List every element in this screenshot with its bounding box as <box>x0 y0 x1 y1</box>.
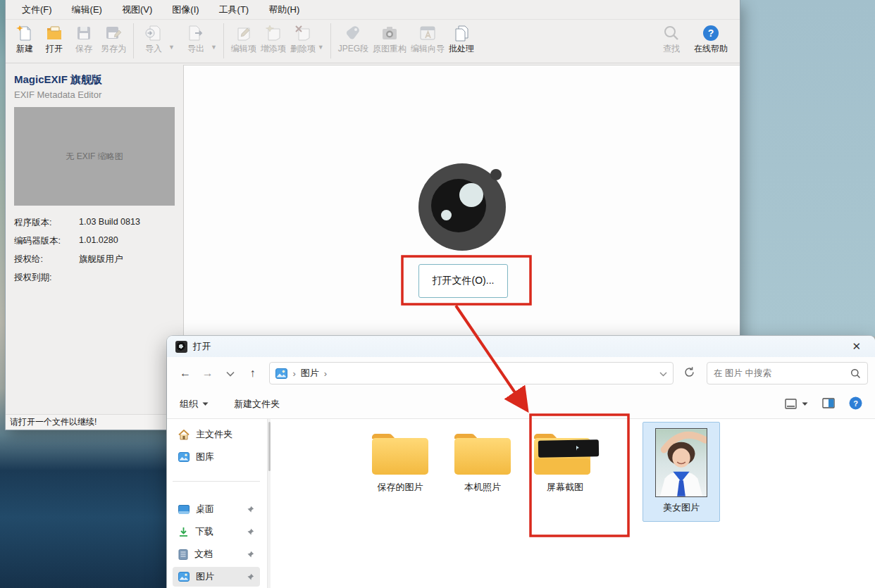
folder-saved-pictures[interactable]: 保存的图片 <box>364 422 437 522</box>
svg-text:?: ? <box>708 27 714 39</box>
app-title: MagicEXIF 旗舰版 <box>14 73 175 87</box>
help-icon: ? <box>849 396 862 410</box>
toolbar-separator <box>330 23 331 58</box>
open-folder-icon <box>45 24 63 42</box>
home-icon <box>178 430 190 440</box>
menu-edit[interactable]: 编辑(E) <box>63 1 111 19</box>
dialog-navbar: ← → ↑ › 图片 › <box>167 357 875 389</box>
address-bar[interactable]: › 图片 › <box>269 362 674 384</box>
pin-icon[interactable] <box>247 573 254 581</box>
forward-button[interactable]: → <box>197 367 219 380</box>
open-button[interactable]: 打开 <box>39 22 69 55</box>
jpeg-segment-button[interactable]: JPEG段 <box>336 22 371 55</box>
menubar: 文件(F) 编辑(E) 视图(V) 图像(I) 工具(T) 帮助(H) <box>6 0 740 19</box>
info-row: 授权给: 旗舰版用户 <box>14 254 175 265</box>
photo-thumbnail <box>655 428 707 497</box>
app-subtitle: EXIF Metadata Editor <box>14 89 175 100</box>
menu-file[interactable]: 文件(F) <box>13 1 61 19</box>
dialog-titlebar[interactable]: 打开 ✕ <box>167 336 875 357</box>
chevron-down-icon <box>226 371 235 377</box>
folder-icon <box>450 430 515 477</box>
find-button[interactable]: 查找 <box>657 22 686 55</box>
file-list: 保存的图片 本机照片 屏幕截图 <box>271 419 875 588</box>
edit-item-button[interactable]: 编辑项 <box>229 22 259 55</box>
export-button[interactable]: 导出 <box>181 22 211 55</box>
new-folder-button[interactable]: 新建文件夹 <box>234 398 280 411</box>
close-icon[interactable]: ✕ <box>846 339 867 354</box>
toolbar-separator <box>133 23 134 58</box>
toolbar: 新建 打开 保存 另存为 导入 ▼ 导出 ▼ 编辑项 <box>6 19 740 63</box>
dialog-app-icon <box>175 341 187 353</box>
address-dropdown-caret[interactable] <box>659 368 667 379</box>
gallery-icon <box>178 452 190 462</box>
up-button[interactable]: ↑ <box>242 367 264 380</box>
sidebar-item-pictures[interactable]: 图片 <box>173 567 260 587</box>
sidebar-item-documents[interactable]: 文档 <box>173 544 260 564</box>
toolbar-separator <box>178 22 179 57</box>
folder-icon <box>368 430 433 477</box>
refresh-button[interactable] <box>683 366 695 381</box>
wizard-window-icon <box>418 24 437 42</box>
sidebar-divider <box>173 481 260 482</box>
dialog-title: 打开 <box>193 341 211 353</box>
open-dialog: 打开 ✕ ← → ↑ › 图片 › 组织 <box>167 336 875 588</box>
new-button[interactable]: 新建 <box>10 22 39 55</box>
folder-screenshots[interactable]: 屏幕截图 <box>528 422 602 522</box>
delete-item-icon <box>294 24 312 42</box>
search-input[interactable] <box>714 368 850 378</box>
import-dropdown-caret[interactable]: ▼ <box>168 44 175 51</box>
folder-camera-roll[interactable]: 本机照片 <box>446 422 519 522</box>
recent-locations-caret[interactable] <box>219 367 242 380</box>
save-as-button[interactable]: 另存为 <box>99 22 128 55</box>
organize-button[interactable]: 组织 <box>180 398 209 411</box>
file-beauty-picture[interactable]: 美女图片 <box>643 422 720 522</box>
delete-dropdown-caret[interactable]: ▼ <box>318 44 324 51</box>
batch-button[interactable]: 批处理 <box>447 22 476 55</box>
search-icon <box>850 368 861 379</box>
pictures-icon <box>178 572 190 582</box>
info-row: 程序版本: 1.03 Build 0813 <box>14 217 175 229</box>
pin-icon[interactable] <box>247 528 254 536</box>
svg-text:?: ? <box>853 399 858 407</box>
sidebar-item-home[interactable]: 主文件夹 <box>173 425 260 444</box>
back-button[interactable]: ← <box>174 367 197 380</box>
menu-help[interactable]: 帮助(H) <box>259 1 309 19</box>
download-icon <box>178 527 189 537</box>
import-button[interactable]: 导入 <box>139 22 168 55</box>
sidebar-item-downloads[interactable]: 下载 <box>173 522 260 542</box>
toolbar-separator <box>223 23 224 58</box>
rebuild-original-button[interactable]: 原图重构 <box>371 22 409 55</box>
view-mode-button[interactable] <box>785 399 808 409</box>
delete-item-button[interactable]: 删除项 <box>288 22 318 55</box>
preview-pane-button[interactable] <box>822 398 835 411</box>
help-button[interactable]: ? <box>849 396 862 412</box>
chevron-down-icon <box>802 402 808 406</box>
edit-wizard-button[interactable]: 编辑向导 <box>409 22 447 55</box>
info-panel: MagicEXIF 旗舰版 EXIF Metadata Editor 无 EXI… <box>6 65 183 414</box>
search-box[interactable] <box>707 362 868 384</box>
new-file-icon <box>15 24 34 42</box>
pin-icon[interactable] <box>247 551 254 558</box>
export-icon <box>187 24 205 42</box>
add-item-button[interactable]: 增添项 <box>259 22 288 55</box>
export-dropdown-caret[interactable]: ▼ <box>211 44 217 51</box>
sidebar-item-desktop[interactable]: 桌面 <box>173 499 260 519</box>
license-info: 程序版本: 1.03 Build 0813 编码器版本: 1.01.0280 授… <box>14 217 175 284</box>
menu-image[interactable]: 图像(I) <box>163 1 208 19</box>
desktop-wallpaper-right <box>740 0 875 337</box>
document-icon <box>178 549 188 560</box>
dialog-body: 主文件夹 图库 桌面 下载 文档 <box>167 419 875 588</box>
camera-icon <box>380 24 399 42</box>
sidebar-item-gallery[interactable]: 图库 <box>173 447 260 467</box>
pictures-icon <box>275 368 287 379</box>
breadcrumb-folder[interactable]: 图片 <box>301 367 319 380</box>
menu-tools[interactable]: 工具(T) <box>210 1 259 19</box>
online-help-button[interactable]: ? 在线帮助 <box>692 22 730 55</box>
menu-view[interactable]: 视图(V) <box>113 1 161 19</box>
camera-lens-icon <box>418 163 506 251</box>
save-button[interactable]: 保存 <box>69 22 99 55</box>
pin-icon[interactable] <box>247 506 254 513</box>
dialog-sidebar: 主文件夹 图库 桌面 下载 文档 <box>167 419 267 588</box>
import-icon <box>144 24 163 42</box>
open-file-button[interactable]: 打开文件(O)... <box>418 264 508 298</box>
